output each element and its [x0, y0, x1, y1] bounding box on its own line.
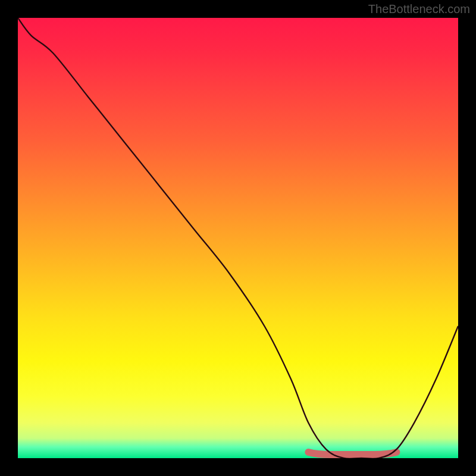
- chart-svg: [18, 18, 458, 458]
- chart-plot-area: [18, 18, 458, 458]
- bottleneck-curve: [18, 18, 458, 458]
- watermark-text: TheBottleneck.com: [368, 2, 470, 16]
- optimal-range-marker: [308, 452, 396, 455]
